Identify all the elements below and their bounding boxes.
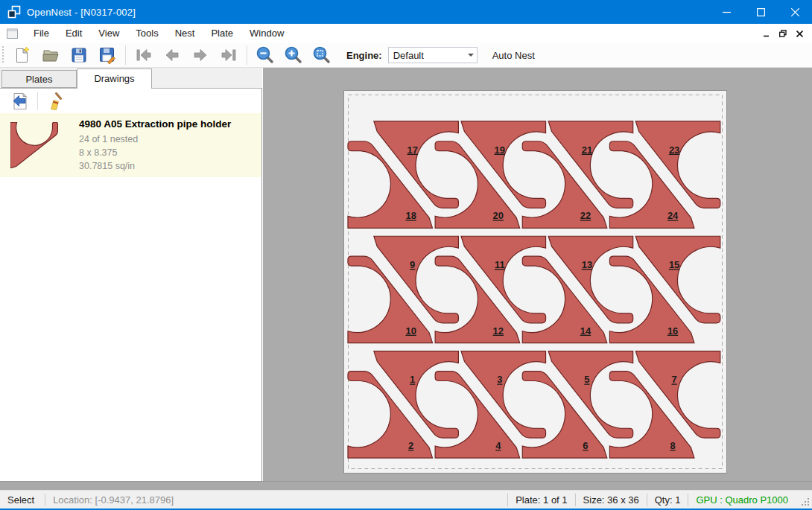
- drawing-dimensions: 8 x 8.375: [79, 146, 231, 159]
- open-folder-icon: [42, 46, 60, 64]
- minimize-button[interactable]: [709, 0, 743, 24]
- engine-value: Default: [389, 50, 465, 61]
- mdi-window-buttons: [758, 24, 808, 43]
- status-gpu: GPU : Quadro P1000: [688, 494, 796, 506]
- tabstrip: Plates Drawings: [0, 68, 262, 88]
- nest-part-label: 8: [670, 440, 675, 451]
- mdi-restore-icon: [779, 30, 787, 37]
- clean-broom-icon: [45, 92, 65, 111]
- import-drawing-button[interactable]: [9, 91, 31, 112]
- panel-toolbar-separator: [37, 92, 38, 110]
- nest-part-label: 24: [667, 210, 679, 221]
- resize-grip[interactable]: [799, 495, 811, 507]
- previous-plate-button[interactable]: [158, 45, 186, 66]
- mdi-document-icon[interactable]: [7, 28, 18, 39]
- mdi-close-button[interactable]: [791, 26, 808, 41]
- zoom-in-button[interactable]: [279, 45, 308, 66]
- menu-item-tools[interactable]: Tools: [127, 24, 166, 43]
- nest-part-label: 6: [583, 440, 588, 451]
- statusbar: Select Location: [-0.9437, 21.8796] Plat…: [0, 490, 812, 509]
- drawing-nested-count: 24 of 1 nested: [79, 133, 231, 146]
- mdi-minimize-icon: [764, 31, 770, 37]
- plate[interactable]: 171819202122232491011121314151612345678: [343, 90, 727, 474]
- toolbar-separator: [125, 45, 126, 65]
- toolbar-grip[interactable]: [2, 46, 5, 64]
- zoom-fit-button[interactable]: [308, 45, 336, 66]
- app-icon: [7, 5, 21, 19]
- first-plate-button[interactable]: [130, 45, 158, 66]
- last-plate-button[interactable]: [215, 45, 243, 66]
- engine-label: Engine:: [346, 50, 382, 61]
- status-qty: Qty: 1: [647, 494, 688, 506]
- nest-part-label: 15: [669, 259, 679, 270]
- mdi-minimize-button[interactable]: [758, 26, 775, 41]
- menu-item-nest[interactable]: Nest: [167, 24, 203, 43]
- menu-item-edit[interactable]: Edit: [57, 24, 90, 43]
- maximize-icon: [757, 8, 765, 16]
- status-location: Location: [-0.9437, 21.8796]: [45, 494, 181, 506]
- zoom-out-icon: [256, 45, 275, 65]
- tab-drawings[interactable]: Drawings: [77, 68, 152, 89]
- minimize-icon: [723, 8, 731, 16]
- save-button[interactable]: [65, 45, 93, 66]
- nest-part-label: 5: [584, 374, 589, 385]
- auto-nest-button[interactable]: Auto Nest: [488, 47, 539, 64]
- nest-part-label: 9: [410, 259, 415, 270]
- zoom-fit-icon: [312, 45, 332, 65]
- nest-part-label: 3: [497, 374, 502, 385]
- status-size: Size: 36 x 36: [576, 494, 647, 506]
- nest-part-label: 11: [495, 259, 505, 270]
- go-first-icon: [135, 46, 153, 64]
- nest-part-label: 19: [495, 144, 505, 156]
- zoom-out-button[interactable]: [251, 45, 279, 66]
- menubar: FileEditViewToolsNestPlateWindow: [0, 24, 812, 43]
- nest-part-label: 2: [408, 440, 413, 451]
- nest-part-label: 12: [493, 325, 504, 337]
- nest-part-label: 20: [493, 210, 504, 221]
- drawings-panel: 4980 A05 Extraction pipe holder 24 of 1 …: [0, 88, 261, 481]
- nest-part-label: 16: [667, 325, 678, 337]
- menu-items: FileEditViewToolsNestPlateWindow: [25, 24, 292, 43]
- engine-select[interactable]: Default: [388, 47, 478, 63]
- status-mode: Select: [0, 494, 45, 506]
- nest-part-label: 18: [405, 210, 416, 221]
- main-toolbar: Engine: Default Auto Nest: [0, 43, 812, 68]
- maximize-button[interactable]: [743, 0, 778, 24]
- nest-part-label: 1: [410, 374, 415, 385]
- drawings-toolbar: [0, 89, 261, 113]
- canvas-lower-strip: [0, 481, 812, 490]
- window-title: OpenNest - [N0317-002]: [27, 7, 136, 18]
- left-panel: Plates Drawings: [0, 68, 262, 481]
- nest-part-label: 10: [405, 325, 416, 337]
- nest-part-label: 13: [582, 259, 592, 270]
- engine-dropdown-button[interactable]: [465, 48, 477, 63]
- save-icon: [70, 46, 88, 64]
- menu-item-view[interactable]: View: [90, 24, 127, 43]
- clean-button[interactable]: [44, 91, 66, 112]
- mdi-restore-button[interactable]: [775, 26, 791, 41]
- titlebar: OpenNest - [N0317-002]: [0, 0, 812, 24]
- go-previous-icon: [163, 46, 181, 64]
- menu-item-plate[interactable]: Plate: [203, 24, 241, 43]
- mdi-close-icon: [796, 31, 803, 37]
- menu-item-file[interactable]: File: [25, 24, 57, 43]
- new-document-icon: [13, 46, 31, 64]
- drawing-list-item[interactable]: 4980 A05 Extraction pipe holder 24 of 1 …: [0, 113, 261, 177]
- nest-part-label: 4: [495, 440, 501, 451]
- new-button[interactable]: [8, 45, 37, 66]
- status-plate: Plate: 1 of 1: [508, 494, 574, 506]
- nest-layout: 171819202122232491011121314151612345678: [344, 91, 726, 473]
- nest-part-label: 14: [580, 325, 591, 337]
- menu-item-window[interactable]: Window: [241, 24, 292, 43]
- next-plate-button[interactable]: [186, 45, 215, 66]
- save-as-button[interactable]: [93, 45, 121, 66]
- toolbar-separator: [247, 45, 247, 65]
- open-button[interactable]: [37, 45, 65, 66]
- close-button[interactable]: [778, 0, 812, 24]
- opennest-window: OpenNest - [N0317-002] FileEditViewTools…: [0, 0, 812, 510]
- nest-canvas[interactable]: 171819202122232491011121314151612345678: [263, 68, 812, 481]
- tab-plates[interactable]: Plates: [1, 70, 77, 88]
- import-drawing-icon: [10, 92, 30, 111]
- part-thumbnail-shape: [10, 122, 57, 168]
- drawing-area: 30.7815 sq/in: [79, 159, 231, 173]
